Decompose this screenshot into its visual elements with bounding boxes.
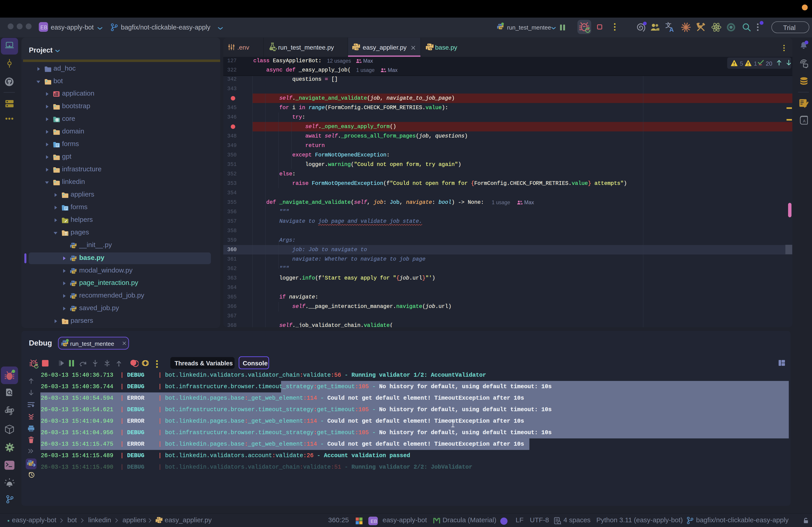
svg-text:#: # bbox=[64, 320, 66, 324]
svg-text:A: A bbox=[803, 119, 806, 123]
svg-text:A: A bbox=[669, 26, 674, 32]
